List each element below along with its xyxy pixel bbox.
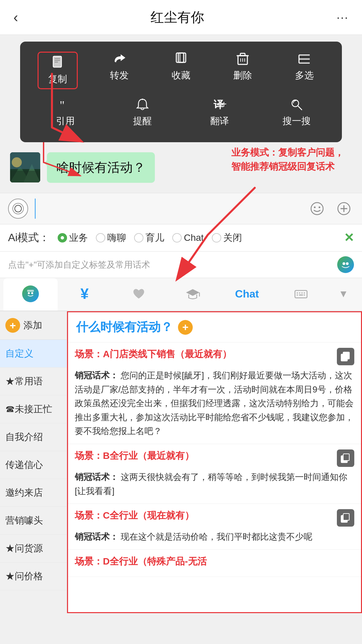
- svg-rect-51: [301, 292, 303, 293]
- script-b-label: 销冠话术：: [75, 472, 118, 482]
- chat-section: 啥时候有活动？ 业务模式：复制客户问题，智能推荐销冠级回复话术: [0, 142, 362, 193]
- sidebar-item-busy[interactable]: ☎未接正忙: [0, 395, 67, 423]
- copy-block-a-button[interactable]: [337, 348, 354, 365]
- content-panel: 什么时候有活动？ + 场景：A门店类线下销售（最近就有） 销冠话术： 您问的正是…: [67, 311, 362, 613]
- search-menu-icon: [289, 97, 304, 112]
- sidebar-item-custom[interactable]: 自定义: [0, 340, 67, 368]
- svg-point-44: [31, 292, 33, 294]
- add-button[interactable]: [334, 199, 354, 219]
- menu-collect[interactable]: 收藏: [161, 52, 201, 89]
- mode-business[interactable]: 业务: [58, 231, 88, 244]
- radio-off[interactable]: [212, 233, 221, 243]
- sidebar-item-intro[interactable]: 自我介绍: [0, 423, 67, 451]
- context-menu-row-1: 复制 转发 收藏: [27, 52, 335, 89]
- mode-chat[interactable]: 嗨聊: [96, 231, 126, 244]
- search-menu-label: 搜一搜: [283, 115, 311, 127]
- chat-bubble: 啥时候有活动？: [47, 152, 155, 183]
- radio-chat[interactable]: [96, 233, 105, 243]
- toolbar-graduation[interactable]: [166, 279, 220, 310]
- svg-line-24: [298, 106, 302, 110]
- svg-rect-50: [299, 292, 300, 293]
- menu-translate[interactable]: 译 翻译: [199, 97, 240, 127]
- svg-rect-45: [27, 290, 34, 292]
- sidebar-item-invite[interactable]: 邀约来店: [0, 479, 67, 507]
- multiselect-icon: [297, 52, 312, 66]
- hint-text: 点击"+"可添加自定义标签及常用话术: [8, 259, 150, 271]
- sidebar-item-marketing[interactable]: 营销噱头: [0, 507, 67, 535]
- graduation-icon: [185, 286, 200, 301]
- menu-quote[interactable]: " 引用: [45, 97, 85, 127]
- menu-multiselect[interactable]: 多选: [284, 52, 324, 89]
- script-c: 销冠话术： 现在这个就是活动价哈，我们平时都比这贵不少呢: [75, 530, 354, 544]
- svg-point-41: [343, 262, 345, 265]
- sidebar-item-common[interactable]: ★常用语: [0, 368, 67, 395]
- radio-chateng[interactable]: [172, 233, 182, 243]
- toolbar-heart[interactable]: [112, 279, 166, 310]
- svg-rect-10: [240, 53, 245, 56]
- mode-chateng[interactable]: Chat: [172, 232, 203, 243]
- toolbar-robot[interactable]: [3, 278, 58, 311]
- keyboard-icon: [294, 286, 308, 301]
- message-input[interactable]: [35, 199, 300, 219]
- svg-rect-2: [55, 58, 60, 59]
- emoji-button[interactable]: [307, 199, 327, 219]
- svg-rect-55: [304, 294, 305, 296]
- down-arrow-icon: ▼: [339, 288, 349, 300]
- chat-area: 啥时候有活动？ 业务模式：复制客户问题，智能推荐销冠级回复话术: [0, 142, 362, 193]
- toolbar-down[interactable]: ▼: [328, 281, 359, 308]
- toolbar: ¥ Chat ▼: [0, 278, 362, 311]
- mode-off[interactable]: 关闭: [212, 231, 242, 244]
- copy-menu-icon: [50, 55, 65, 70]
- menu-copy[interactable]: 复制: [38, 52, 78, 89]
- page-title: 红尘有你: [150, 8, 204, 26]
- add-item-button[interactable]: +: [178, 320, 193, 335]
- toolbar-chat-text[interactable]: Chat: [220, 280, 274, 309]
- toolbar-money[interactable]: ¥: [58, 278, 112, 311]
- sidebar-item-confidence[interactable]: 传递信心: [0, 451, 67, 479]
- chat-text-icon: Chat: [235, 288, 259, 300]
- svg-point-42: [346, 262, 349, 265]
- menu-delete[interactable]: 删除: [223, 52, 263, 89]
- menu-forward[interactable]: 转发: [99, 52, 139, 89]
- remind-icon: [135, 97, 150, 112]
- voice-button[interactable]: [8, 199, 28, 219]
- scene-c-text: 场景：C全行业（现在就有）: [75, 509, 334, 522]
- sidebar-item-source[interactable]: ★问货源: [0, 535, 67, 562]
- delete-icon: [235, 52, 250, 66]
- back-button[interactable]: ‹: [13, 9, 18, 25]
- copy-block-c-button[interactable]: [337, 509, 354, 527]
- svg-rect-54: [299, 294, 303, 296]
- sidebar-add[interactable]: + 添加: [0, 311, 67, 340]
- remind-label: 提醒: [133, 115, 152, 127]
- radio-parenting[interactable]: [134, 233, 143, 243]
- script-c-label: 销冠话术：: [75, 532, 118, 542]
- svg-rect-3: [55, 60, 60, 61]
- menu-search[interactable]: 搜一搜: [277, 97, 317, 127]
- menu-remind[interactable]: 提醒: [122, 97, 163, 127]
- mode-parenting[interactable]: 育儿: [134, 231, 164, 244]
- chat-logo: [337, 256, 354, 273]
- more-button[interactable]: ···: [337, 10, 349, 24]
- heart-icon: [131, 286, 146, 301]
- svg-text:": ": [60, 99, 65, 112]
- input-bar: [0, 193, 362, 224]
- svg-rect-52: [304, 292, 305, 293]
- top-nav: ‹ 红尘有你 ···: [0, 0, 362, 35]
- content-header: 什么时候有活动？ +: [68, 312, 361, 342]
- svg-rect-31: [10, 171, 40, 182]
- close-ai-button[interactable]: ✕: [344, 231, 354, 245]
- collect-label: 收藏: [172, 69, 190, 82]
- avatar: [10, 152, 40, 182]
- sidebar: + 添加 自定义 ★常用语 ☎未接正忙 自我介绍 传递信心 邀约来店 营销噱头 …: [0, 311, 67, 613]
- copy-block-b-button[interactable]: [337, 449, 354, 467]
- script-a: 销冠话术： 您问的正是时候[龇牙]，我们刚好最近要做一场大活动，这次活动是厂家/…: [75, 369, 354, 438]
- scene-b-label: 场景：B全行业（最近就有）: [75, 449, 354, 467]
- block-a: 场景：A门店类线下销售（最近就有） 销冠话术： 您问的正是时候[龇牙]，我们刚好…: [68, 342, 361, 444]
- sidebar-item-price[interactable]: ★问价格: [0, 562, 67, 590]
- mode-chateng-label: Chat: [184, 232, 203, 243]
- scene-b-text: 场景：B全行业（最近就有）: [75, 449, 334, 462]
- copy-label: 复制: [48, 73, 67, 86]
- radio-business[interactable]: [58, 233, 67, 243]
- scene-a-label: 场景：A门店类线下销售（最近就有）: [75, 348, 354, 365]
- toolbar-keyboard[interactable]: [274, 279, 328, 310]
